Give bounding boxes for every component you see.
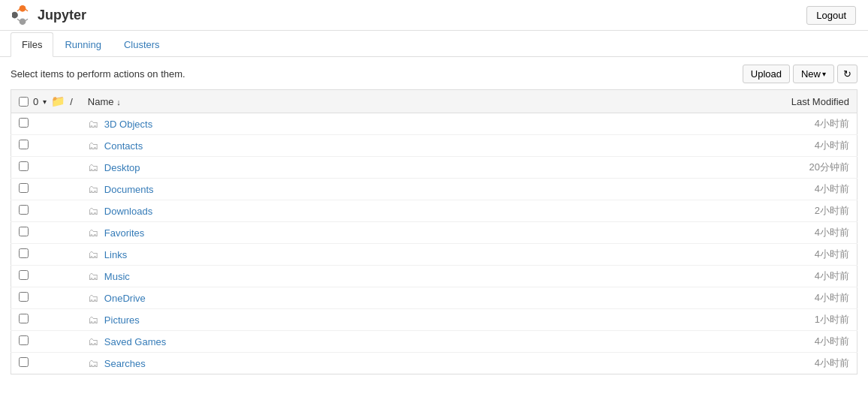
row-name-cell: 🗂 Documents (80, 179, 752, 200)
name-header-label: Name (88, 96, 114, 107)
table-row: 🗂 Music 4小时前 (11, 266, 857, 287)
logout-button[interactable]: Logout (806, 6, 856, 25)
table-row: 🗂 Pictures 1小时前 (11, 309, 857, 331)
row-modified-cell: 1小时前 (752, 309, 857, 331)
table-row: 🗂 Desktop 20分钟前 (11, 157, 857, 179)
row-name-cell: 🗂 OneDrive (80, 287, 752, 309)
row-name-cell: 🗂 Pictures (80, 309, 752, 331)
folder-icon: 🗂 (88, 205, 98, 217)
table-row: 🗂 Documents 4小时前 (11, 179, 857, 200)
select-hint: Select items to perform actions on them. (11, 68, 185, 80)
sort-arrow-icon: ↓ (116, 98, 121, 107)
tab-clusters[interactable]: Clusters (113, 32, 171, 57)
row-checkbox-10[interactable] (19, 335, 29, 345)
table-row: 🗂 Saved Games 4小时前 (11, 331, 857, 353)
row-checkbox-6[interactable] (19, 248, 29, 258)
row-name-cell: 🗂 Music (80, 266, 752, 287)
table-row: 🗂 Contacts 4小时前 (11, 135, 857, 157)
row-name-cell: 🗂 Desktop (80, 157, 752, 179)
app-header: Jupyter Logout (0, 0, 868, 31)
tab-files[interactable]: Files (11, 32, 53, 57)
file-link[interactable]: OneDrive (104, 293, 146, 304)
row-name-cell: 🗂 3D Objects (80, 113, 752, 135)
row-name-cell: 🗂 Downloads (80, 200, 752, 222)
table-row: 🗂 Downloads 2小时前 (11, 200, 857, 222)
row-checkbox-cell (11, 244, 80, 266)
file-table: 0 ▾ 📁 / Name ↓ Last Modified (11, 89, 857, 374)
row-checkbox-0[interactable] (19, 118, 29, 128)
row-checkbox-2[interactable] (19, 161, 29, 171)
row-name-cell: 🗂 Links (80, 244, 752, 266)
tab-running[interactable]: Running (53, 32, 112, 57)
row-checkbox-7[interactable] (19, 270, 29, 280)
row-checkbox-3[interactable] (19, 183, 29, 193)
row-modified-cell: 4小时前 (752, 113, 857, 135)
file-list: 🗂 3D Objects 4小时前 🗂 Contacts 4小时前 (11, 113, 857, 374)
table-row: 🗂 Favorites 4小时前 (11, 222, 857, 244)
last-modified-header-label: Last Modified (791, 96, 849, 107)
row-checkbox-cell (11, 309, 80, 331)
row-modified-cell: 4小时前 (752, 135, 857, 157)
file-link[interactable]: Documents (104, 184, 154, 195)
name-column-header[interactable]: Name ↓ (80, 90, 752, 113)
row-checkbox-cell (11, 179, 80, 200)
row-checkbox-11[interactable] (19, 357, 29, 367)
row-name-cell: 🗂 Favorites (80, 222, 752, 244)
row-checkbox-cell (11, 266, 80, 287)
folder-icon: 🗂 (88, 227, 98, 239)
row-name-cell: 🗂 Searches (80, 353, 752, 374)
row-modified-cell: 4小时前 (752, 266, 857, 287)
file-link[interactable]: Links (104, 249, 127, 260)
row-modified-cell: 4小时前 (752, 287, 857, 309)
row-name-cell: 🗂 Saved Games (80, 331, 752, 353)
file-link[interactable]: Music (104, 271, 130, 282)
row-modified-cell: 20分钟前 (752, 157, 857, 179)
row-checkbox-cell (11, 135, 80, 157)
folder-icon: 🗂 (88, 140, 98, 152)
table-row: 🗂 Searches 4小时前 (11, 353, 857, 374)
file-link[interactable]: Favorites (104, 227, 144, 239)
refresh-button[interactable]: ↻ (837, 65, 857, 83)
last-modified-column-header[interactable]: Last Modified (752, 90, 857, 113)
breadcrumb-folder-icon: 📁 (51, 95, 65, 108)
folder-icon: 🗂 (88, 314, 98, 326)
row-checkbox-cell (11, 353, 80, 374)
file-link[interactable]: Downloads (104, 206, 152, 217)
select-all-header: 0 ▾ 📁 / (11, 90, 80, 113)
file-link[interactable]: Contacts (104, 140, 143, 152)
row-modified-cell: 4小时前 (752, 222, 857, 244)
file-link[interactable]: Searches (104, 358, 146, 369)
file-link[interactable]: Desktop (104, 162, 140, 173)
file-link[interactable]: Pictures (104, 314, 140, 326)
logo: Jupyter (12, 5, 86, 26)
row-checkbox-cell (11, 331, 80, 353)
row-checkbox-5[interactable] (19, 227, 29, 236)
new-label: New (801, 68, 821, 80)
row-checkbox-cell (11, 287, 80, 309)
dropdown-count-icon[interactable]: ▾ (43, 98, 47, 106)
main-content: Select items to perform actions on them.… (0, 57, 868, 374)
row-checkbox-cell (11, 222, 80, 244)
new-button[interactable]: New ▾ (793, 65, 834, 83)
tab-bar: Files Running Clusters (0, 32, 868, 57)
file-link[interactable]: Saved Games (104, 336, 166, 347)
row-checkbox-8[interactable] (19, 292, 29, 302)
row-modified-cell: 4小时前 (752, 179, 857, 200)
table-header-row: 0 ▾ 📁 / Name ↓ Last Modified (11, 90, 857, 113)
row-name-cell: 🗂 Contacts (80, 135, 752, 157)
folder-icon: 🗂 (88, 161, 98, 173)
row-checkbox-9[interactable] (19, 314, 29, 323)
breadcrumb: / (70, 96, 73, 107)
row-checkbox-cell (11, 200, 80, 222)
row-checkbox-4[interactable] (19, 205, 29, 215)
select-all-checkbox[interactable] (19, 97, 29, 107)
action-bar: Select items to perform actions on them.… (11, 65, 857, 83)
row-checkbox-1[interactable] (19, 140, 29, 149)
file-link[interactable]: 3D Objects (104, 119, 152, 130)
refresh-icon: ↻ (843, 68, 851, 80)
svg-point-2 (12, 12, 18, 19)
table-row: 🗂 Links 4小时前 (11, 244, 857, 266)
row-modified-cell: 2小时前 (752, 200, 857, 222)
upload-button[interactable]: Upload (743, 65, 790, 83)
folder-icon: 🗂 (88, 270, 98, 282)
